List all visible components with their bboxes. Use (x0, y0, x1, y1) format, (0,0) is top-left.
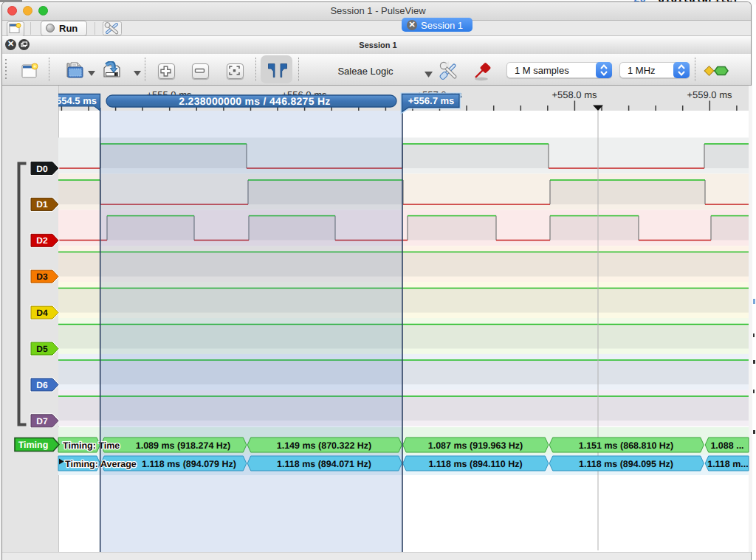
svg-text:Timing: Timing (18, 440, 49, 450)
svg-text:+556.7 ms: +556.7 ms (408, 95, 455, 106)
svg-text:1.118 ms (894.110 Hz): 1.118 ms (894.110 Hz) (428, 459, 522, 469)
svg-text:1.151 ms (868.810 Hz): 1.151 ms (868.810 Hz) (579, 440, 674, 451)
svg-text:D0: D0 (36, 164, 48, 174)
svg-text:D2: D2 (36, 235, 48, 246)
svg-text:554.5 ms: 554.5 ms (56, 95, 97, 106)
svg-text:D5: D5 (36, 344, 48, 354)
svg-text:D1: D1 (36, 199, 48, 210)
svg-text:1.118 ms (894.095 Hz): 1.118 ms (894.095 Hz) (579, 459, 673, 469)
svg-text:2.238000000 ms / 446.8275 Hz: 2.238000000 ms / 446.8275 Hz (179, 95, 330, 107)
svg-text:D6: D6 (36, 380, 48, 390)
svg-text:D3: D3 (36, 272, 48, 282)
svg-text:1.089 ms (918.274 Hz): 1.089 ms (918.274 Hz) (136, 440, 231, 451)
svg-text:1.118 ms (894.071 Hz): 1.118 ms (894.071 Hz) (277, 459, 371, 469)
svg-text:1.088 ...: 1.088 ... (710, 440, 743, 451)
svg-text:1.118 ms (894.079 Hz): 1.118 ms (894.079 Hz) (142, 459, 236, 469)
svg-text:1.087 ms (919.963 Hz): 1.087 ms (919.963 Hz) (428, 440, 523, 451)
svg-text:+558.0 ms: +558.0 ms (551, 89, 597, 100)
svg-text:Timing: Time: Timing: Time (63, 440, 120, 451)
svg-text:D4: D4 (36, 308, 48, 318)
svg-text:1.149 ms (870.322 Hz): 1.149 ms (870.322 Hz) (277, 440, 372, 451)
svg-text:+559.0 ms: +559.0 ms (687, 89, 732, 100)
svg-text:D7: D7 (36, 416, 48, 426)
svg-text:1.118 m...: 1.118 m... (707, 459, 749, 469)
